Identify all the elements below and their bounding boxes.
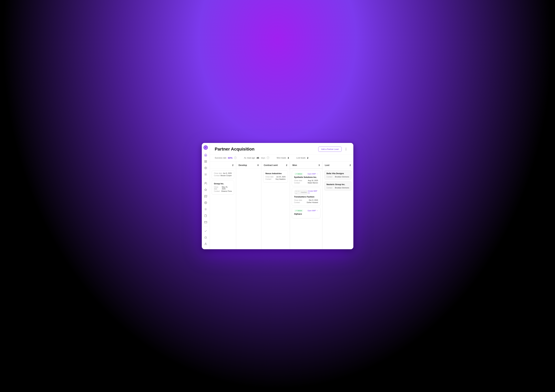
- success-rate-info-icon[interactable]: ?: [234, 157, 237, 159]
- card-row: Contact Wade Warren: [294, 182, 318, 184]
- card-company: Group Inc.: [214, 183, 232, 185]
- card-company: Nexus Industries: [265, 172, 286, 175]
- stat-av-lead-age: Av. lead age 45 days ?: [244, 157, 269, 159]
- card-row: Contact Esther Howard: [294, 201, 318, 203]
- col4-title: Won: [292, 164, 297, 166]
- col1-count: 2: [232, 164, 234, 166]
- contact-value: Bessie Cooper: [220, 175, 232, 177]
- col2-header: Develop 0: [236, 162, 261, 168]
- svg-rect-1: [206, 160, 207, 161]
- close-date-label: Close date: [214, 172, 222, 174]
- kanban-column-1: 2 Close date Jun 6, 2025 Contact Bessie …: [210, 162, 236, 249]
- col2-count: 0: [257, 164, 259, 166]
- open-map-link[interactable]: Open MAP →: [307, 173, 318, 175]
- more-menu-button[interactable]: ⋮: [343, 147, 348, 152]
- col5-body: Bella Vita Designs Contact Brooklyn Simm…: [322, 168, 353, 249]
- add-partner-button[interactable]: Add a Partner Lead: [318, 147, 342, 152]
- lead-card[interactable]: Close date Jun 6, 2025 Contact Bessie Co…: [212, 170, 234, 179]
- lead-card[interactable]: Group Inc. Close date May 25, 2025 Conta…: [212, 180, 234, 194]
- contact-label: Contact: [214, 190, 220, 192]
- av-lead-age-info-icon[interactable]: ?: [267, 157, 269, 159]
- sidebar-item-card[interactable]: [203, 219, 208, 225]
- card-company: Synthetix Solutions Inc.: [294, 176, 318, 178]
- app-logo[interactable]: [204, 145, 208, 150]
- card-row: Contact Brooklyn Simmons: [327, 187, 349, 189]
- contact-label: Contact: [294, 182, 300, 184]
- close-date-value: May 25, 2025: [222, 186, 232, 190]
- card-row: Close date Aug 18, 2025: [294, 179, 318, 181]
- header-actions: Add a Partner Lead ⋮: [318, 147, 348, 152]
- lost-leads-label: Lost leads: [296, 157, 305, 159]
- success-rate-value: 60%: [228, 157, 233, 159]
- lost-card-neoteric[interactable]: Neoteric Group Inc. Contact Brooklyn Sim…: [324, 181, 351, 191]
- status-badge: — — — Inactive: [294, 190, 308, 195]
- card-company: Neoteric Group Inc.: [327, 183, 349, 185]
- av-lead-age-unit: days: [261, 157, 265, 159]
- sidebar-item-map[interactable]: [203, 193, 208, 199]
- kanban-board: 2 Close date Jun 6, 2025 Contact Bessie …: [210, 162, 353, 249]
- sidebar-item-notifications[interactable]: [203, 235, 208, 240]
- kanban-column-develop: Develop 0: [236, 162, 261, 249]
- sidebar-item-tag[interactable]: [203, 165, 208, 171]
- svg-point-5: [205, 167, 206, 168]
- col2-body: [236, 168, 261, 249]
- sidebar-item-profile[interactable]: [203, 241, 208, 247]
- stat-lost-leads: Lost leads 2: [296, 157, 308, 159]
- status-badge: Active: [294, 173, 303, 175]
- col4-body: Active Open MAP → Synthetix Solutions In…: [290, 169, 322, 249]
- col2-title: Develop: [239, 164, 247, 166]
- close-date-value: Jun 6, 2025: [223, 172, 232, 174]
- col4-header: Won 3: [290, 162, 322, 169]
- close-date-label: Close date: [214, 186, 222, 190]
- sidebar-item-favorites[interactable]: [203, 187, 208, 192]
- contact-label: Contact: [294, 201, 300, 203]
- logo-icon: [204, 145, 208, 150]
- lead-card-synthetix[interactable]: Active Open MAP → Synthetix Solutions In…: [292, 171, 321, 186]
- contact-label: Contact: [327, 187, 332, 189]
- status-badge: Active: [294, 209, 303, 212]
- app-window: Partner Acquisition Add a Partner Lead ⋮…: [202, 143, 353, 249]
- sidebar-item-grid[interactable]: [203, 159, 208, 164]
- close-date-value: Dec 8, 2024: [309, 199, 318, 201]
- kanban-column-won: Won 3 Active Open MAP → Synthetix: [290, 162, 322, 249]
- lost-leads-value: 2: [307, 157, 308, 159]
- card-row: Close date Dec 8, 2024: [294, 199, 318, 201]
- sidebar-item-integrations[interactable]: [203, 207, 208, 212]
- lead-card-alphaco[interactable]: Active Open MAP → Alphaco: [292, 207, 321, 218]
- close-date-label: Close date: [294, 179, 302, 181]
- col3-count: 2: [286, 164, 287, 166]
- contact-value: Esther Howard: [307, 201, 318, 203]
- svg-rect-3: [206, 162, 207, 162]
- status-row: — — — Inactive Create MAP ⓘ: [294, 190, 318, 195]
- card-row: Contact Eleanor Pena: [214, 190, 232, 192]
- sidebar-item-tasks[interactable]: [203, 228, 208, 234]
- page-title: Partner Acquisition: [215, 147, 255, 152]
- card-row: Close date Jul 24, 2025: [265, 176, 286, 178]
- contact-value: Brooklyn Simmons: [335, 187, 349, 189]
- sidebar-item-list[interactable]: [203, 172, 208, 177]
- stat-won-leads: Won leads 3: [277, 157, 289, 159]
- sidebar-item-docs[interactable]: [203, 213, 208, 219]
- col3-body: Nexus Industries Close date Jul 24, 2025…: [261, 168, 290, 249]
- col1-body: Close date Jun 6, 2025 Contact Bessie Co…: [210, 168, 236, 249]
- lead-card[interactable]: Nexus Industries Close date Jul 24, 2025…: [263, 170, 288, 183]
- contact-label: Contact: [327, 176, 332, 178]
- sidebar-item-home[interactable]: [203, 152, 208, 158]
- close-date-value: Jul 24, 2025: [276, 176, 286, 178]
- card-company: Bella Vita Designs: [327, 172, 349, 175]
- svg-rect-2: [204, 162, 205, 162]
- card-row: Contact Guy Hawkins: [265, 178, 286, 180]
- won-leads-value: 3: [288, 157, 289, 159]
- open-map-link[interactable]: Open MAP →: [307, 210, 318, 212]
- create-map-link[interactable]: Create MAP ⓘ: [308, 190, 318, 194]
- card-row: Contact Bessie Cooper: [214, 175, 232, 177]
- sidebar-item-contacts[interactable]: [203, 180, 208, 186]
- svg-marker-10: [204, 188, 207, 191]
- sidebar-item-settings[interactable]: [203, 200, 208, 206]
- card-company: Trendsetters Fashion: [294, 196, 318, 198]
- svg-point-9: [205, 182, 206, 183]
- av-lead-age-label: Av. lead age: [244, 157, 255, 159]
- svg-point-15: [205, 209, 206, 209]
- lead-card-trendsetters[interactable]: — — — Inactive Create MAP ⓘ Trendsetters…: [292, 188, 321, 206]
- lost-card-bella-vita[interactable]: Bella Vita Designs Contact Brooklyn Simm…: [324, 170, 351, 180]
